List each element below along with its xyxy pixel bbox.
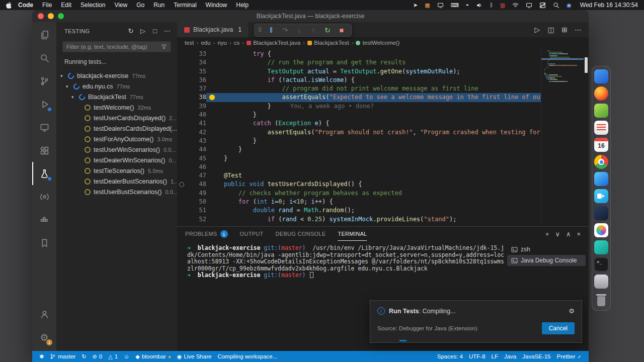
- pause-button[interactable]: ‖: [265, 27, 278, 34]
- close-window-button[interactable]: [38, 13, 44, 19]
- titlebar[interactable]: BlackjackTest.java — blackjack-exercise: [32, 10, 589, 22]
- menu-edit[interactable]: Edit: [56, 2, 76, 9]
- warnings-indicator[interactable]: △1: [105, 351, 121, 362]
- bluetooth-icon[interactable]: ᛒ: [486, 3, 497, 8]
- dock-app-terminal[interactable]: >_: [594, 257, 608, 272]
- test-item-testusercardsdisplayed-[interactable]: testUserCardsDisplayed()2...: [56, 113, 177, 123]
- menu-go[interactable]: Go: [132, 2, 149, 9]
- breadcrumb-item-blackjacktest-java[interactable]: BlackjackTest.java: [247, 40, 300, 46]
- terminal-output[interactable]: ➜ blackjack-exercise git:(master) /usr/b…: [187, 245, 503, 279]
- activity-bookmarks[interactable]: [32, 231, 56, 254]
- dock-app-firefox[interactable]: [594, 86, 608, 101]
- dock-app-skyblue[interactable]: [594, 172, 608, 186]
- panel-tab-problems[interactable]: PROBLEMS1: [185, 227, 228, 241]
- activity-accounts[interactable]: [32, 303, 56, 326]
- debug-toolbar-drag-handle[interactable]: ⠿: [258, 27, 262, 34]
- volume-icon[interactable]: [472, 2, 486, 9]
- step-into-button[interactable]: ↓: [293, 27, 306, 34]
- menu-selection[interactable]: Selection: [76, 2, 110, 9]
- display-icon[interactable]: [434, 2, 447, 9]
- activity-testing[interactable]: [32, 162, 56, 185]
- test-item-testtiescenarios-[interactable]: testTieScenarios()5.0ms: [56, 165, 177, 176]
- panel-tab-terminal[interactable]: TERMINAL: [338, 227, 367, 241]
- more-actions-button[interactable]: ⋯: [162, 26, 172, 36]
- activity-docker[interactable]: [32, 208, 56, 231]
- activity-source-control[interactable]: [32, 69, 56, 93]
- activity-remote-explorer[interactable]: [32, 116, 56, 139]
- language-mode-indicator[interactable]: Java: [501, 351, 519, 362]
- test-item-testforanyoutcome-[interactable]: testForAnyOutcome()3.0ms: [56, 134, 177, 144]
- encoding-indicator[interactable]: UTF-8: [466, 351, 489, 362]
- spotlight-icon[interactable]: [549, 2, 563, 9]
- breadcrumb-item-cs[interactable]: cs: [234, 40, 240, 46]
- activity-settings[interactable]: ⚙1: [32, 326, 56, 349]
- menu-file[interactable]: File: [38, 2, 56, 9]
- terminal-dropdown-button[interactable]: ∨: [555, 230, 560, 238]
- formatter-indicator[interactable]: Prettier✓: [554, 351, 585, 362]
- stats-icon[interactable]: ◓: [462, 3, 473, 8]
- dock-app-photos[interactable]: [594, 223, 608, 237]
- menu-code[interactable]: Code: [14, 2, 38, 9]
- test-item-testuserbustscenarios-[interactable]: testUserBustScenarios()0.0...: [56, 187, 177, 197]
- breadcrumb-item-blackjacktest[interactable]: BlackjackTest: [307, 40, 349, 46]
- test-filter-input[interactable]: Filter (e.g. text, !exclude, @tag): [62, 41, 171, 52]
- errors-indicator[interactable]: ⊘0: [90, 351, 106, 362]
- run-all-tests-button[interactable]: ▷: [138, 26, 148, 36]
- minimize-window-button[interactable]: [48, 13, 54, 19]
- test-item-testdealerwinscenarios-[interactable]: testDealerWinScenarios()0...: [56, 155, 177, 165]
- cancel-button[interactable]: Cancel: [542, 322, 575, 334]
- dock-app-facetime[interactable]: [594, 189, 608, 203]
- apple-menu-icon[interactable]: [6, 2, 12, 9]
- activity-search[interactable]: [32, 46, 56, 69]
- status-tool-icon[interactable]: ✱: [36, 351, 47, 362]
- cancel-test-run-button[interactable]: □: [150, 26, 160, 36]
- maximize-panel-button[interactable]: ∧: [566, 230, 571, 238]
- menu-view[interactable]: View: [110, 2, 132, 9]
- bloombar-status-item[interactable]: ◆bloombar●: [132, 351, 174, 362]
- activity-explorer[interactable]: [32, 23, 56, 46]
- customize-layout-button[interactable]: ⊞: [559, 24, 570, 35]
- dock-app-calendar[interactable]: 16: [594, 138, 608, 152]
- dock-app-settings[interactable]: [594, 275, 608, 289]
- dock-app-notes[interactable]: [594, 121, 608, 135]
- siri-icon[interactable]: ◉: [563, 3, 575, 8]
- split-editor-button[interactable]: ◫: [545, 24, 556, 35]
- dock-app-blue[interactable]: [594, 69, 608, 83]
- breadcrumb-item-test[interactable]: test: [185, 40, 194, 46]
- scrollbar-thumb[interactable]: [585, 57, 588, 73]
- new-terminal-button[interactable]: +: [545, 230, 549, 238]
- panel-tab-debug-console[interactable]: DEBUG CONSOLE: [276, 227, 326, 241]
- terminal-session-zsh[interactable]: zsh: [507, 244, 586, 255]
- activity-extensions[interactable]: [32, 139, 56, 162]
- eol-indicator[interactable]: LF: [489, 351, 501, 362]
- screen-mirroring-icon[interactable]: [522, 2, 536, 9]
- feedback-icon[interactable]: ☺: [121, 351, 132, 362]
- panel-tab-output[interactable]: OUTPUT: [240, 227, 264, 241]
- minimap[interactable]: [541, 48, 584, 226]
- shortcuts-icon[interactable]: ➤: [410, 3, 421, 8]
- menu-help[interactable]: Help: [231, 2, 253, 9]
- keyboard-icon[interactable]: ⌨: [447, 3, 462, 8]
- breadcrumb-item-testwelcome-[interactable]: testWelcome(): [356, 40, 399, 46]
- menu-run[interactable]: Run: [149, 2, 169, 9]
- run-file-button[interactable]: ▷: [532, 24, 543, 35]
- test-item-blackjack-exercise[interactable]: ▾blackjack-exercise77ms: [56, 70, 177, 81]
- code-editor[interactable]: 33 try {34 // run the program and get th…: [177, 48, 589, 226]
- git-branch-indicator[interactable]: master: [47, 351, 78, 362]
- step-over-button[interactable]: ↷: [279, 27, 292, 34]
- wifi-icon[interactable]: [509, 3, 522, 8]
- restart-button[interactable]: ↻: [321, 27, 334, 34]
- refresh-tests-button[interactable]: ↻: [126, 26, 136, 36]
- menu-app-orange-icon[interactable]: ▦: [421, 3, 433, 8]
- git-sync-button[interactable]: ↻: [78, 351, 89, 362]
- control-center-icon[interactable]: [536, 2, 549, 9]
- indentation-indicator[interactable]: Spaces: 4: [434, 351, 466, 362]
- test-item-testuserwinscenarios-[interactable]: testUserWinScenarios()0.0...: [56, 144, 177, 155]
- test-item-testwelcome-[interactable]: testWelcome()32ms: [56, 102, 177, 113]
- test-item-blackjacktest[interactable]: ▾BlackjackTest77ms: [56, 92, 177, 102]
- menu-terminal[interactable]: Terminal: [169, 2, 201, 9]
- activity-run-debug[interactable]: [32, 93, 56, 116]
- stop-button[interactable]: ■: [335, 27, 348, 34]
- dock-app-green[interactable]: [594, 104, 608, 118]
- compiling-status[interactable]: Compiling workspace...: [214, 351, 280, 362]
